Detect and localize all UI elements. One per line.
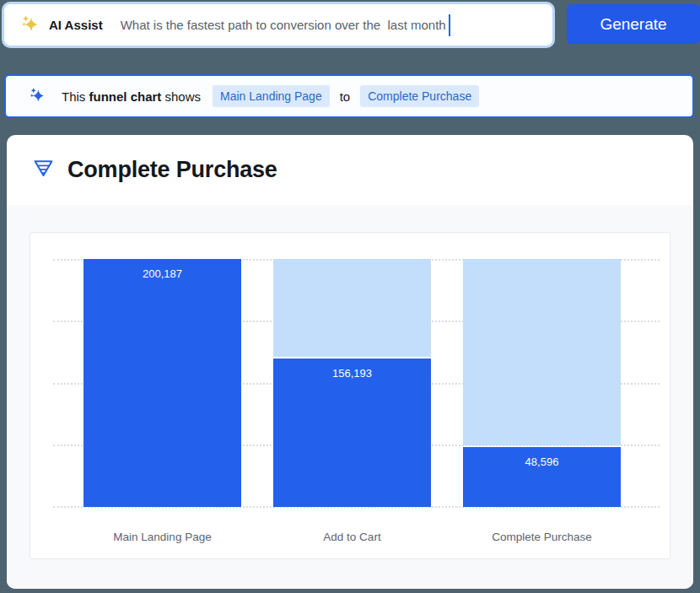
source-stage-chip[interactable]: Main Landing Page	[213, 85, 330, 107]
stage-value-label: 48,596	[463, 447, 621, 468]
sparkle-blue-icon	[29, 86, 46, 106]
insight-banner: This funnel chart shows Main Landing Pag…	[4, 74, 694, 118]
chart-card: Complete Purchase 200,187156,19348,596 M…	[7, 135, 693, 589]
funnel-stage-segment[interactable]: 48,596	[463, 447, 621, 507]
x-axis-label: Complete Purchase	[463, 531, 621, 543]
funnel-chart-icon	[32, 157, 55, 183]
funnel-remainder-segment[interactable]	[463, 259, 621, 445]
banner-connector: to	[340, 89, 351, 104]
funnel-remainder-segment[interactable]	[273, 259, 431, 357]
sparkle-gold-icon	[20, 13, 40, 37]
page: AI Assist What is the fastest path to co…	[0, 0, 700, 593]
funnel-stage-segment[interactable]: 200,187	[83, 259, 241, 507]
text-cursor	[449, 14, 450, 36]
card-header: Complete Purchase	[7, 135, 693, 205]
banner-text: This funnel chart shows	[62, 89, 201, 104]
generate-button[interactable]: Generate	[567, 4, 700, 44]
card-content: 200,187156,19348,596 Main Landing PageAd…	[7, 205, 693, 589]
funnel-stage-segment[interactable]: 156,193	[273, 358, 431, 507]
stage-value-label: 200,187	[83, 259, 241, 280]
target-stage-chip[interactable]: Complete Purchase	[360, 85, 479, 107]
x-axis-label: Main Landing Page	[83, 531, 241, 543]
x-axis-label: Add to Cart	[273, 531, 431, 543]
stage-value-label: 156,193	[273, 358, 431, 380]
plot-area: 200,187156,19348,596	[53, 259, 660, 508]
query-text[interactable]: What is the fastest path to conversion o…	[121, 18, 446, 32]
ai-assist-label: AI Assist	[49, 18, 103, 32]
chart-panel: 200,187156,19348,596 Main Landing PageAd…	[30, 232, 670, 559]
card-title: Complete Purchase	[67, 157, 277, 183]
ai-assist-input[interactable]: AI Assist What is the fastest path to co…	[2, 2, 555, 48]
